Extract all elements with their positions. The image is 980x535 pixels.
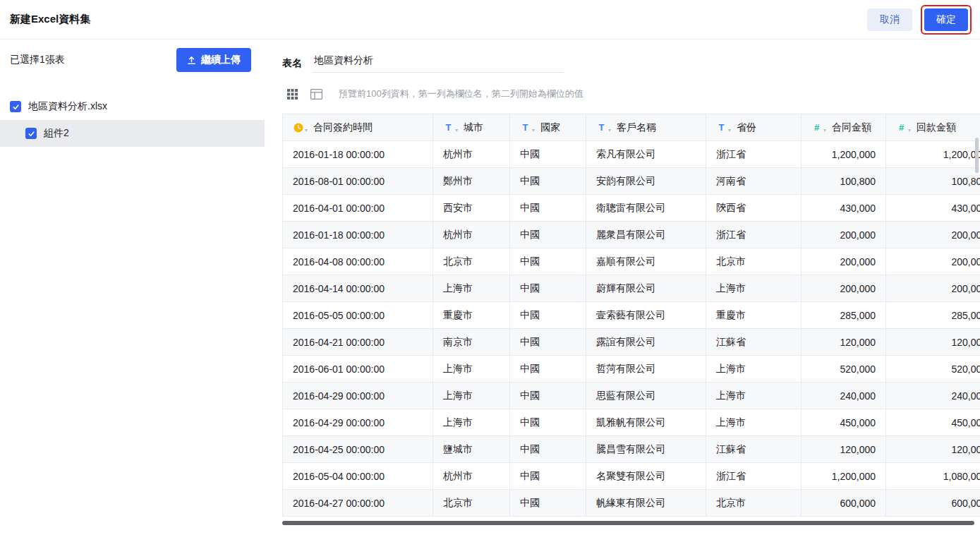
table-cell: 1,200,000 [801, 463, 886, 490]
preview-table: ▾合同簽約時間T▾城市T▾國家T▾客戶名稱T▾省份#▾合同金額#▾回款金額 20… [282, 114, 980, 517]
table-cell: 285,000 [801, 302, 886, 329]
column-label: 城市 [464, 121, 483, 134]
table-cell: 中國 [510, 383, 586, 409]
table-cell: 名聚雙有限公司 [586, 463, 706, 490]
column-type-dropdown-caret[interactable]: ▾ [455, 128, 458, 133]
table-cell: 浙江省 [706, 141, 801, 168]
column-label: 客戶名稱 [617, 121, 656, 134]
column-type-dropdown-caret[interactable]: ▾ [908, 128, 911, 133]
file-checkbox[interactable] [10, 101, 21, 112]
column-type-dropdown-caret[interactable]: ▾ [532, 128, 535, 133]
column-header-7[interactable]: #▾回款金額 [886, 114, 980, 141]
table-cell: 江蘇省 [706, 329, 801, 356]
table-cell: 北京市 [433, 248, 510, 275]
cancel-button[interactable]: 取消 [867, 8, 912, 31]
table-cell: 240,000 [801, 383, 886, 409]
table-cell: 麗衆昌有限公司 [586, 222, 706, 248]
column-header-6[interactable]: #▾合同金額 [801, 114, 886, 141]
table-cell: 西安市 [433, 195, 510, 222]
table-row: 2016-04-27 00:00:00北京市中國帆緣東有限公司北京市600,00… [283, 490, 980, 517]
table-view-icon[interactable] [306, 85, 326, 103]
table-cell: 120,000 [886, 436, 980, 463]
text-type-icon: T [443, 122, 454, 133]
column-type-dropdown-caret[interactable]: ▾ [728, 128, 731, 133]
table-cell: 帆緣東有限公司 [586, 490, 706, 517]
table-cell: 中國 [510, 168, 586, 195]
main-panel: 表名 預覽前100列資料，第一列為欄位名，第二列開始為欄位的值 [265, 40, 980, 534]
table-cell: 河南省 [706, 168, 801, 195]
table-cell: 中國 [510, 302, 586, 329]
table-cell: 安韵有限公司 [586, 168, 706, 195]
table-cell: 騰昌雪有限公司 [586, 436, 706, 463]
sheet-name-label: 組件2 [44, 127, 69, 140]
column-header-1[interactable]: ▾合同簽約時間 [283, 114, 433, 141]
vertical-scrollbar-thumb[interactable] [975, 138, 979, 173]
table-cell: 2016-04-25 00:00:00 [283, 436, 433, 463]
table-cell: 2016-04-27 00:00:00 [283, 490, 433, 517]
number-type-icon: # [811, 122, 822, 133]
column-type-dropdown-caret[interactable]: ▾ [823, 128, 826, 133]
table-cell: 江蘇省 [706, 436, 801, 463]
table-cell: 1,200,000 [801, 141, 886, 168]
column-type-dropdown-caret[interactable]: ▾ [608, 128, 611, 133]
table-cell: 2016-04-14 00:00:00 [283, 275, 433, 302]
table-cell: 120,000 [801, 436, 886, 463]
table-cell: 中國 [510, 490, 586, 517]
table-cell: 2016-04-29 00:00:00 [283, 409, 433, 436]
topbar-actions: 取消 確定 [867, 5, 972, 35]
table-cell: 520,000 [801, 356, 886, 383]
table-cell: 杭州市 [433, 141, 510, 168]
table-cell: 鹽城市 [433, 436, 510, 463]
table-row: 2016-01-18 00:00:00杭州市中國麗衆昌有限公司浙江省200,00… [283, 222, 980, 248]
table-cell: 2016-04-08 00:00:00 [283, 248, 433, 275]
confirm-button[interactable]: 確定 [924, 8, 968, 31]
table-cell: 上海市 [706, 275, 801, 302]
table-row: 2016-01-18 00:00:00杭州市中國索凡有限公司浙江省1,200,0… [283, 141, 980, 168]
grid-view-icon[interactable] [282, 85, 302, 103]
table-cell: 450,000 [801, 409, 886, 436]
table-cell: 中國 [510, 409, 586, 436]
table-cell: 中國 [510, 222, 586, 248]
table-cell: 北京市 [706, 248, 801, 275]
table-name-input[interactable] [313, 55, 564, 73]
column-label: 合同簽約時間 [313, 121, 373, 134]
table-cell: 杭州市 [433, 222, 510, 248]
table-cell: 100,800 [801, 168, 886, 195]
text-type-icon: T [520, 122, 531, 133]
horizontal-scrollbar-thumb[interactable] [282, 521, 974, 525]
table-cell: 600,000 [801, 490, 886, 517]
table-cell: 120,000 [886, 329, 980, 356]
table-cell: 蔚輝有限公司 [586, 275, 706, 302]
table-cell: 南京市 [433, 329, 510, 356]
sheet-item-selected[interactable]: 組件2 [0, 120, 265, 147]
table-cell: 200,000 [886, 275, 980, 302]
table-cell: 哲菏有限公司 [586, 356, 706, 383]
table-cell: 上海市 [433, 356, 510, 383]
column-header-5[interactable]: T▾省份 [706, 114, 801, 141]
table-cell: 200,000 [801, 248, 886, 275]
column-header-3[interactable]: T▾國家 [510, 114, 586, 141]
file-name-label: 地區資料分析.xlsx [28, 100, 107, 113]
column-header-2[interactable]: T▾城市 [433, 114, 510, 141]
table-cell: 露誼有限公司 [586, 329, 706, 356]
column-type-dropdown-caret[interactable]: ▾ [305, 128, 308, 133]
table-row: 2016-08-01 00:00:00鄭州市中國安韵有限公司河南省100,800… [283, 168, 980, 195]
sidebar: 已選擇1張表 繼續上傳 地區資料分析.xlsx [0, 40, 265, 534]
table-cell: 中國 [510, 356, 586, 383]
column-header-4[interactable]: T▾客戶名稱 [586, 114, 706, 141]
table-cell: 杭州市 [433, 463, 510, 490]
continue-upload-button[interactable]: 繼續上傳 [176, 48, 251, 72]
confirm-highlight-annotation: 確定 [921, 5, 972, 35]
table-cell: 430,000 [801, 195, 886, 222]
preview-hint-text: 預覽前100列資料，第一列為欄位名，第二列開始為欄位的值 [339, 88, 583, 100]
column-label: 合同金額 [832, 121, 871, 134]
table-cell: 浙江省 [706, 463, 801, 490]
table-cell: 中國 [510, 436, 586, 463]
table-cell: 中國 [510, 141, 586, 168]
table-cell: 100,800 [886, 168, 980, 195]
table-cell: 中國 [510, 275, 586, 302]
table-row: 2016-04-14 00:00:00上海市中國蔚輝有限公司上海市200,000… [283, 275, 980, 302]
table-cell: 浙江省 [706, 222, 801, 248]
file-item[interactable]: 地區資料分析.xlsx [0, 93, 265, 120]
sheet-checkbox[interactable] [25, 128, 37, 139]
